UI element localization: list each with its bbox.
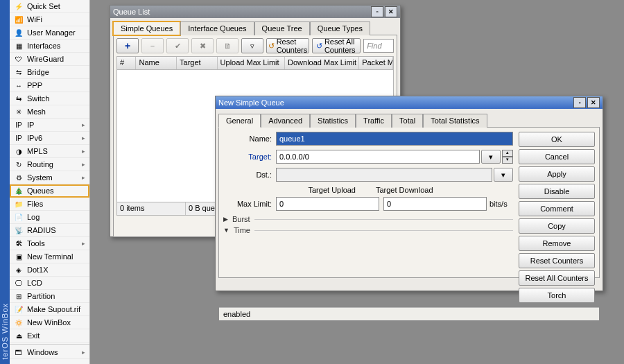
sidebar-item-ipv6[interactable]: IPIPv6▸ xyxy=(10,132,89,145)
sidebar-item-switch[interactable]: ⇆Switch xyxy=(10,92,89,105)
column-header[interactable]: Target xyxy=(177,57,218,69)
sidebar-item-new-winbox[interactable]: 🔅New WinBox xyxy=(10,316,89,329)
sidebar-item-interfaces[interactable]: ▦Interfaces xyxy=(10,40,89,53)
tab-advanced[interactable]: Advanced xyxy=(261,114,310,128)
sidebar-item-routing[interactable]: ↻Routing▸ xyxy=(10,158,89,171)
column-header[interactable]: Download Max Limit xyxy=(285,57,359,69)
queue-list-titlebar[interactable]: Queue List ▫ ✕ xyxy=(110,6,400,18)
sidebar-item-wireguard[interactable]: 🛡WireGuard xyxy=(10,53,89,66)
copy-button[interactable]: Copy xyxy=(519,218,595,234)
sidebar-item-label: Quick Set xyxy=(27,2,85,10)
disable-button[interactable]: Disable xyxy=(519,184,595,199)
sidebar-item-system[interactable]: ⚙System▸ xyxy=(10,171,89,184)
sidebar-item-bridge[interactable]: ⇋Bridge xyxy=(10,66,89,79)
minimize-icon[interactable]: ▫ xyxy=(573,97,586,108)
tab-queue-types[interactable]: Queue Types xyxy=(310,21,370,35)
dst-dropdown-button[interactable]: ▾ xyxy=(494,168,513,182)
tab-traffic[interactable]: Traffic xyxy=(356,114,392,128)
chevron-down-icon: ▼ xyxy=(223,227,229,234)
comment-button[interactable]: 🗎 xyxy=(216,38,239,53)
sidebar-item-log[interactable]: 📄Log xyxy=(10,211,89,224)
time-expander[interactable]: ▼ Time xyxy=(223,226,513,234)
sidebar-item-wifi[interactable]: 📶WiFi xyxy=(10,13,89,26)
sidebar-item-label: Bridge xyxy=(27,68,85,76)
sidebar-item-mpls[interactable]: ◑MPLS▸ xyxy=(10,145,89,158)
tab-total-statistics[interactable]: Total Statistics xyxy=(423,114,487,128)
sidebar-item-label: LCD xyxy=(27,279,85,287)
target-input[interactable]: 0.0.0.0/0 xyxy=(276,150,480,164)
add-button[interactable]: + xyxy=(116,38,139,53)
sidebar-item-windows[interactable]: 🗔Windows▸ xyxy=(10,346,89,359)
tab-simple-queues[interactable]: Simple Queues xyxy=(113,21,180,35)
sidebar-icon: 📁 xyxy=(14,199,24,209)
tab-total[interactable]: Total xyxy=(392,114,423,128)
chevron-right-icon: ▸ xyxy=(82,121,85,128)
sidebar-icon: ⚡ xyxy=(14,1,24,11)
sidebar-item-partition[interactable]: ⊞Partition xyxy=(10,290,89,303)
reset-counters-button[interactable]: ↺ Reset Counters xyxy=(266,38,309,53)
column-header[interactable]: Upload Max Limit xyxy=(218,57,285,69)
reset-all-counters-button[interactable]: Reset All Counters xyxy=(519,270,595,286)
sidebar-item-lcd[interactable]: 🖵LCD xyxy=(10,277,89,290)
sidebar-icon: ⇆ xyxy=(14,94,24,103)
max-download-input[interactable]: 0 xyxy=(383,197,487,211)
sidebar-icon: 🛠 xyxy=(14,239,24,248)
sidebar-item-label: New Terminal xyxy=(27,252,85,261)
reset-counters-icon: ↺ xyxy=(268,42,275,51)
tab-queue-tree[interactable]: Queue Tree xyxy=(254,21,310,35)
sidebar-item-files[interactable]: 📁Files xyxy=(10,198,89,211)
find-input[interactable]: Find xyxy=(363,39,394,53)
comment-button[interactable]: Comment xyxy=(519,201,595,216)
sidebar-item-label: Log xyxy=(27,213,85,221)
minimize-icon[interactable]: ▫ xyxy=(371,6,383,17)
queue-list-header: #NameTargetUpload Max LimitDownload Max … xyxy=(116,56,394,70)
dialog-titlebar[interactable]: New Simple Queue ▫ ✕ xyxy=(216,96,603,109)
reset-all-counters-button[interactable]: ↺ Reset All Counters xyxy=(312,38,361,53)
sidebar-item-label: WiFi xyxy=(27,15,85,24)
chevron-right-icon: ▸ xyxy=(82,349,85,356)
torch-button[interactable]: Torch xyxy=(519,288,595,303)
close-icon[interactable]: ✕ xyxy=(385,6,397,17)
apply-button[interactable]: Apply xyxy=(519,166,595,182)
target-dropdown-button[interactable]: ▾ xyxy=(481,150,501,164)
dst-input[interactable] xyxy=(276,168,492,182)
sidebar-item-exit[interactable]: ⏏Exit xyxy=(10,329,89,343)
dialog-form: Name: queue1 Target: 0.0.0.0/0 ▾ ▴▾ Dst.… xyxy=(223,132,513,303)
sidebar-item-ip[interactable]: IPIP▸ xyxy=(10,119,89,132)
name-input[interactable]: queue1 xyxy=(276,132,513,146)
sidebar-item-quick-set[interactable]: ⚡Quick Set xyxy=(10,0,89,13)
app-title-strip: terOS WinBox xyxy=(0,0,10,364)
sidebar-icon: 📄 xyxy=(14,212,24,222)
sidebar-item-make-supout-rif[interactable]: 📝Make Supout.rif xyxy=(10,303,89,316)
sidebar-item-new-terminal[interactable]: ▣New Terminal xyxy=(10,250,89,263)
reset-counters-button[interactable]: Reset Counters xyxy=(519,253,595,268)
remove-button[interactable]: − xyxy=(141,38,164,53)
sidebar-icon: IP xyxy=(14,133,24,143)
target-spinner[interactable]: ▴▾ xyxy=(502,150,513,164)
sidebar-item-dot1x[interactable]: ◈Dot1X xyxy=(10,263,89,277)
burst-expander[interactable]: ▶ Burst xyxy=(223,215,513,223)
enable-button[interactable]: ✔ xyxy=(166,38,189,53)
sidebar-item-radius[interactable]: 📡RADIUS xyxy=(10,224,89,237)
column-header[interactable]: Packet Marks ▾ xyxy=(359,57,393,69)
cancel-button[interactable]: Cancel xyxy=(519,149,595,164)
sidebar-item-tools[interactable]: 🛠Tools▸ xyxy=(10,237,89,250)
max-upload-input[interactable]: 0 xyxy=(276,197,379,211)
sidebar-item-ppp[interactable]: ↔PPP xyxy=(10,79,89,92)
disable-button[interactable]: ✖ xyxy=(191,38,214,53)
filter-button[interactable]: ▿ xyxy=(241,38,263,53)
remove-button[interactable]: Remove xyxy=(519,236,595,251)
sidebar-item-queues[interactable]: 🎄Queues xyxy=(10,184,89,198)
column-header[interactable]: # xyxy=(117,57,136,69)
sidebar-item-mesh[interactable]: ✳Mesh xyxy=(10,105,89,119)
ok-button[interactable]: OK xyxy=(519,132,595,147)
sidebar-item-user-manager[interactable]: 👤User Manager xyxy=(10,26,89,40)
tab-general[interactable]: General xyxy=(218,114,261,128)
tab-statistics[interactable]: Statistics xyxy=(310,114,356,128)
sidebar-item-label: System xyxy=(27,173,82,182)
close-icon[interactable]: ✕ xyxy=(587,97,600,108)
desktop-area: Queue List ▫ ✕ Simple QueuesInterface Qu… xyxy=(90,0,624,364)
column-header[interactable]: Name xyxy=(136,57,177,69)
sidebar-item-label: New WinBox xyxy=(27,318,85,327)
tab-interface-queues[interactable]: Interface Queues xyxy=(180,21,254,35)
